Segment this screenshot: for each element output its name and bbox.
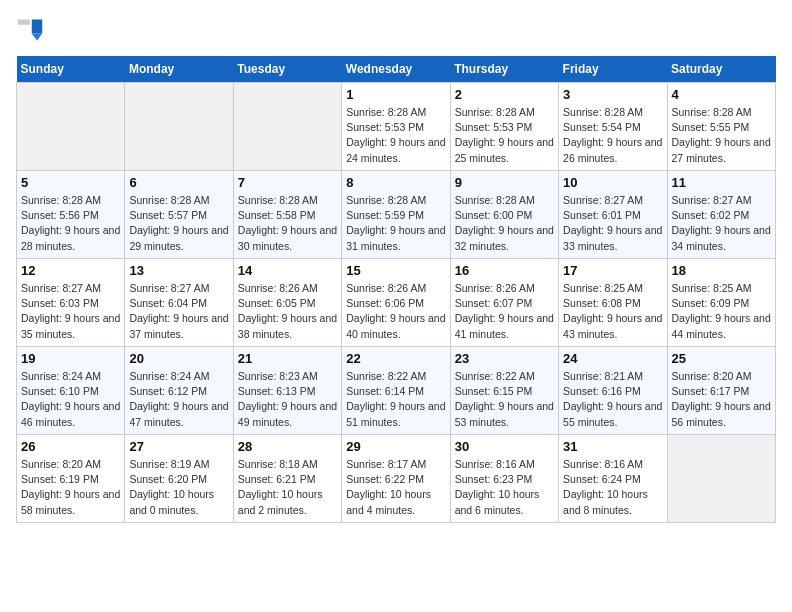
day-detail: Sunrise: 8:28 AM Sunset: 5:56 PM Dayligh… <box>21 193 120 254</box>
calendar-cell: 31Sunrise: 8:16 AM Sunset: 6:24 PM Dayli… <box>559 435 667 523</box>
day-detail: Sunrise: 8:28 AM Sunset: 5:59 PM Dayligh… <box>346 193 445 254</box>
calendar-cell: 21Sunrise: 8:23 AM Sunset: 6:13 PM Dayli… <box>233 347 341 435</box>
calendar-cell: 15Sunrise: 8:26 AM Sunset: 6:06 PM Dayli… <box>342 259 450 347</box>
calendar-cell: 17Sunrise: 8:25 AM Sunset: 6:08 PM Dayli… <box>559 259 667 347</box>
weekday-header-tuesday: Tuesday <box>233 56 341 83</box>
calendar-cell: 16Sunrise: 8:26 AM Sunset: 6:07 PM Dayli… <box>450 259 558 347</box>
weekday-header-thursday: Thursday <box>450 56 558 83</box>
day-number: 19 <box>21 351 120 366</box>
day-detail: Sunrise: 8:16 AM Sunset: 6:23 PM Dayligh… <box>455 457 554 518</box>
day-number: 1 <box>346 87 445 102</box>
day-number: 18 <box>672 263 771 278</box>
calendar-cell: 25Sunrise: 8:20 AM Sunset: 6:17 PM Dayli… <box>667 347 775 435</box>
calendar-cell: 5Sunrise: 8:28 AM Sunset: 5:56 PM Daylig… <box>17 171 125 259</box>
day-number: 12 <box>21 263 120 278</box>
calendar-week-1: 1Sunrise: 8:28 AM Sunset: 5:53 PM Daylig… <box>17 83 776 171</box>
calendar-week-4: 19Sunrise: 8:24 AM Sunset: 6:10 PM Dayli… <box>17 347 776 435</box>
day-number: 16 <box>455 263 554 278</box>
day-detail: Sunrise: 8:20 AM Sunset: 6:17 PM Dayligh… <box>672 369 771 430</box>
day-number: 9 <box>455 175 554 190</box>
day-number: 31 <box>563 439 662 454</box>
day-detail: Sunrise: 8:20 AM Sunset: 6:19 PM Dayligh… <box>21 457 120 518</box>
day-detail: Sunrise: 8:28 AM Sunset: 6:00 PM Dayligh… <box>455 193 554 254</box>
day-number: 2 <box>455 87 554 102</box>
day-detail: Sunrise: 8:27 AM Sunset: 6:03 PM Dayligh… <box>21 281 120 342</box>
weekday-header-monday: Monday <box>125 56 233 83</box>
day-detail: Sunrise: 8:28 AM Sunset: 5:53 PM Dayligh… <box>455 105 554 166</box>
calendar-cell: 13Sunrise: 8:27 AM Sunset: 6:04 PM Dayli… <box>125 259 233 347</box>
day-detail: Sunrise: 8:26 AM Sunset: 6:06 PM Dayligh… <box>346 281 445 342</box>
svg-marker-1 <box>32 34 43 41</box>
day-number: 7 <box>238 175 337 190</box>
calendar-week-2: 5Sunrise: 8:28 AM Sunset: 5:56 PM Daylig… <box>17 171 776 259</box>
calendar-header: SundayMondayTuesdayWednesdayThursdayFrid… <box>17 56 776 83</box>
day-number: 29 <box>346 439 445 454</box>
day-detail: Sunrise: 8:23 AM Sunset: 6:13 PM Dayligh… <box>238 369 337 430</box>
day-number: 8 <box>346 175 445 190</box>
calendar-cell: 23Sunrise: 8:22 AM Sunset: 6:15 PM Dayli… <box>450 347 558 435</box>
calendar-cell: 12Sunrise: 8:27 AM Sunset: 6:03 PM Dayli… <box>17 259 125 347</box>
weekday-header-wednesday: Wednesday <box>342 56 450 83</box>
calendar-table: SundayMondayTuesdayWednesdayThursdayFrid… <box>16 56 776 523</box>
day-detail: Sunrise: 8:26 AM Sunset: 6:07 PM Dayligh… <box>455 281 554 342</box>
day-detail: Sunrise: 8:24 AM Sunset: 6:10 PM Dayligh… <box>21 369 120 430</box>
day-number: 27 <box>129 439 228 454</box>
day-number: 26 <box>21 439 120 454</box>
calendar-cell <box>667 435 775 523</box>
day-number: 13 <box>129 263 228 278</box>
calendar-cell: 10Sunrise: 8:27 AM Sunset: 6:01 PM Dayli… <box>559 171 667 259</box>
svg-rect-2 <box>18 20 30 25</box>
calendar-cell: 26Sunrise: 8:20 AM Sunset: 6:19 PM Dayli… <box>17 435 125 523</box>
day-number: 3 <box>563 87 662 102</box>
calendar-cell: 30Sunrise: 8:16 AM Sunset: 6:23 PM Dayli… <box>450 435 558 523</box>
calendar-cell: 1Sunrise: 8:28 AM Sunset: 5:53 PM Daylig… <box>342 83 450 171</box>
day-number: 28 <box>238 439 337 454</box>
day-number: 15 <box>346 263 445 278</box>
day-detail: Sunrise: 8:16 AM Sunset: 6:24 PM Dayligh… <box>563 457 662 518</box>
calendar-cell: 20Sunrise: 8:24 AM Sunset: 6:12 PM Dayli… <box>125 347 233 435</box>
calendar-cell: 2Sunrise: 8:28 AM Sunset: 5:53 PM Daylig… <box>450 83 558 171</box>
day-number: 5 <box>21 175 120 190</box>
day-detail: Sunrise: 8:27 AM Sunset: 6:02 PM Dayligh… <box>672 193 771 254</box>
logo-icon <box>16 16 44 44</box>
calendar-week-3: 12Sunrise: 8:27 AM Sunset: 6:03 PM Dayli… <box>17 259 776 347</box>
calendar-body: 1Sunrise: 8:28 AM Sunset: 5:53 PM Daylig… <box>17 83 776 523</box>
day-number: 20 <box>129 351 228 366</box>
day-number: 24 <box>563 351 662 366</box>
calendar-cell: 22Sunrise: 8:22 AM Sunset: 6:14 PM Dayli… <box>342 347 450 435</box>
day-number: 30 <box>455 439 554 454</box>
day-number: 22 <box>346 351 445 366</box>
day-detail: Sunrise: 8:27 AM Sunset: 6:01 PM Dayligh… <box>563 193 662 254</box>
calendar-cell: 3Sunrise: 8:28 AM Sunset: 5:54 PM Daylig… <box>559 83 667 171</box>
logo <box>16 16 48 44</box>
calendar-cell: 6Sunrise: 8:28 AM Sunset: 5:57 PM Daylig… <box>125 171 233 259</box>
day-number: 4 <box>672 87 771 102</box>
calendar-cell <box>125 83 233 171</box>
svg-marker-0 <box>32 20 43 34</box>
day-detail: Sunrise: 8:25 AM Sunset: 6:08 PM Dayligh… <box>563 281 662 342</box>
calendar-cell: 27Sunrise: 8:19 AM Sunset: 6:20 PM Dayli… <box>125 435 233 523</box>
day-detail: Sunrise: 8:21 AM Sunset: 6:16 PM Dayligh… <box>563 369 662 430</box>
calendar-cell: 18Sunrise: 8:25 AM Sunset: 6:09 PM Dayli… <box>667 259 775 347</box>
day-detail: Sunrise: 8:28 AM Sunset: 5:54 PM Dayligh… <box>563 105 662 166</box>
day-detail: Sunrise: 8:17 AM Sunset: 6:22 PM Dayligh… <box>346 457 445 518</box>
calendar-cell: 8Sunrise: 8:28 AM Sunset: 5:59 PM Daylig… <box>342 171 450 259</box>
day-number: 23 <box>455 351 554 366</box>
calendar-cell <box>17 83 125 171</box>
calendar-cell: 29Sunrise: 8:17 AM Sunset: 6:22 PM Dayli… <box>342 435 450 523</box>
calendar-cell: 19Sunrise: 8:24 AM Sunset: 6:10 PM Dayli… <box>17 347 125 435</box>
weekday-header-row: SundayMondayTuesdayWednesdayThursdayFrid… <box>17 56 776 83</box>
calendar-cell <box>233 83 341 171</box>
calendar-cell: 9Sunrise: 8:28 AM Sunset: 6:00 PM Daylig… <box>450 171 558 259</box>
weekday-header-friday: Friday <box>559 56 667 83</box>
calendar-cell: 14Sunrise: 8:26 AM Sunset: 6:05 PM Dayli… <box>233 259 341 347</box>
day-detail: Sunrise: 8:28 AM Sunset: 5:53 PM Dayligh… <box>346 105 445 166</box>
day-detail: Sunrise: 8:19 AM Sunset: 6:20 PM Dayligh… <box>129 457 228 518</box>
day-number: 10 <box>563 175 662 190</box>
day-detail: Sunrise: 8:28 AM Sunset: 5:55 PM Dayligh… <box>672 105 771 166</box>
day-detail: Sunrise: 8:22 AM Sunset: 6:14 PM Dayligh… <box>346 369 445 430</box>
calendar-cell: 11Sunrise: 8:27 AM Sunset: 6:02 PM Dayli… <box>667 171 775 259</box>
day-number: 6 <box>129 175 228 190</box>
calendar-cell: 24Sunrise: 8:21 AM Sunset: 6:16 PM Dayli… <box>559 347 667 435</box>
calendar-cell: 28Sunrise: 8:18 AM Sunset: 6:21 PM Dayli… <box>233 435 341 523</box>
